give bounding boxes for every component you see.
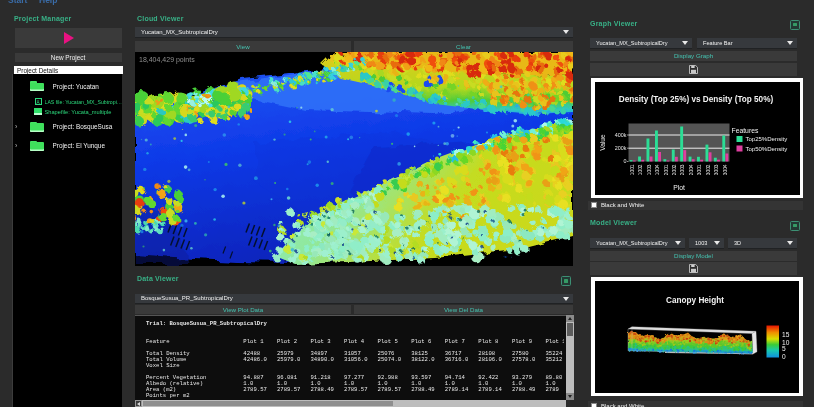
- svg-text:2003: 2003: [680, 164, 685, 175]
- svg-text:Value: Value: [599, 133, 606, 150]
- svg-text:3002: 3002: [705, 164, 710, 175]
- svg-text:5: 5: [782, 345, 786, 352]
- svg-text:Canopy Height: Canopy Height: [666, 296, 724, 305]
- svg-text:Features: Features: [731, 127, 758, 134]
- svg-text:200k: 200k: [614, 145, 626, 151]
- svg-text:1003: 1003: [646, 164, 651, 175]
- svg-text:1002: 1002: [638, 164, 643, 175]
- svg-text:2002: 2002: [672, 164, 677, 175]
- svg-text:Top50%Density: Top50%Density: [745, 145, 787, 151]
- svg-text:0: 0: [782, 352, 786, 359]
- svg-text:2004: 2004: [688, 164, 693, 175]
- svg-text:2001: 2001: [663, 164, 668, 175]
- svg-text:0: 0: [623, 158, 626, 164]
- svg-text:Plot: Plot: [673, 184, 685, 191]
- svg-text:Top25%Density: Top25%Density: [745, 136, 787, 142]
- svg-text:400k: 400k: [614, 131, 626, 137]
- svg-text:1004: 1004: [655, 164, 660, 175]
- svg-text:3004: 3004: [722, 164, 727, 175]
- svg-text:Density (Top 25%) vs Density (: Density (Top 25%) vs Density (Top 50%): [618, 95, 773, 104]
- svg-text:3003: 3003: [714, 164, 719, 175]
- svg-text:1001: 1001: [629, 164, 634, 175]
- svg-text:18,404,429 points: 18,404,429 points: [139, 56, 195, 64]
- svg-text:15: 15: [782, 330, 790, 337]
- svg-text:3001: 3001: [697, 164, 702, 175]
